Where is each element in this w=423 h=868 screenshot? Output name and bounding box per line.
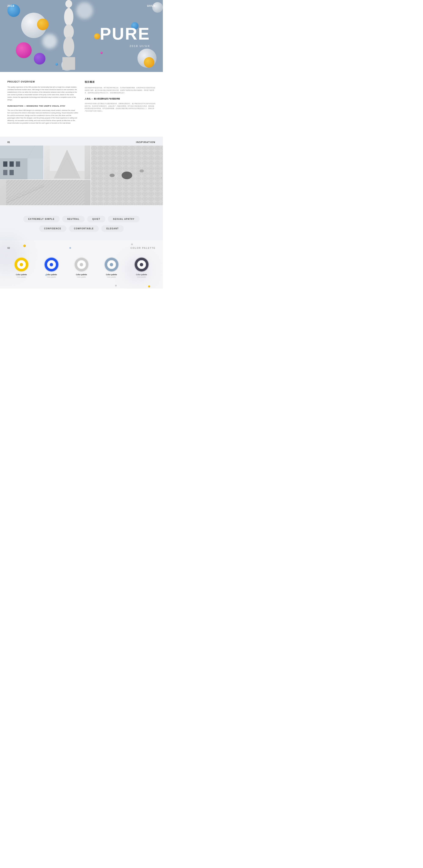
- overview-left: PROJECT OVERVIEW The quality experience …: [7, 81, 78, 128]
- cn-body: 优质体验的HMI提供的功能，将不再是简单单孤立的、无关联的功能模块堆砌。未来的H…: [85, 87, 156, 94]
- cn-sub-title: 人性化 — 最大限度降低用户的视觉停留: [85, 97, 156, 100]
- svg-rect-11: [3, 170, 7, 175]
- color-ring-inner-5: [137, 260, 145, 269]
- section-title-overview: PROJECT OVERVIEW: [7, 81, 78, 83]
- color-name-3: Color palette: [76, 274, 87, 276]
- svg-rect-32: [6, 180, 85, 205]
- overview-right: 项目概述 优质体验的HMI提供的功能，将不再是简单单孤立的、无关联的功能模块堆砌…: [85, 81, 156, 128]
- decorative-ball-purple: [34, 53, 45, 64]
- cn-section-title: 项目概述: [85, 81, 156, 84]
- hero-section: 2018 UI/UX PURE 2018 UI/UX: [0, 0, 163, 72]
- tag-confidence[interactable]: CONFIDENCE: [39, 225, 66, 232]
- svg-rect-9: [9, 161, 14, 167]
- color-ring-inner-2: [47, 260, 56, 269]
- hero-subtitle: 2018 UI/UX: [130, 44, 150, 48]
- overview-sub-body: The core of the future HMI design is to …: [7, 109, 78, 124]
- overview-body: The quality experience of the HMI provid…: [7, 86, 78, 101]
- svg-rect-12: [9, 170, 14, 175]
- color-item-4: Color paletteColor palette: [105, 258, 119, 278]
- color-item-1: Color paletteColor palette: [14, 258, 28, 278]
- svg-point-28: [139, 169, 144, 173]
- color-ring-4: [105, 258, 119, 272]
- color-ring-dot-5: [140, 263, 143, 266]
- svg-point-26: [122, 172, 132, 179]
- dec-dot-gray: [131, 244, 133, 245]
- color-name-1: Color palette: [16, 274, 27, 276]
- color-ring-1: [14, 258, 28, 272]
- color-ring-dot-3: [80, 263, 83, 266]
- svg-rect-14: [28, 158, 43, 179]
- inspiration-image-4: [0, 180, 91, 205]
- svg-point-4: [63, 36, 74, 57]
- decorative-ball-pink-sm: [100, 52, 103, 54]
- color-ring-dot-4: [110, 263, 113, 266]
- svg-rect-8: [3, 161, 7, 167]
- color-ring-inner-1: [17, 260, 25, 269]
- dec-dot-yellow2: [148, 285, 150, 287]
- tag-elegant[interactable]: ELEGANT: [101, 225, 124, 232]
- color-sub-3: Color palette: [77, 276, 86, 278]
- svg-point-0: [65, 0, 72, 8]
- color-ring-dot-1: [20, 263, 23, 266]
- tags-row-2: CONFIDENCE COMFORTABLE ELEGANT: [39, 225, 124, 232]
- color-palette-section: 02 COLOR PALETTE Color paletteColor pale…: [0, 240, 163, 288]
- hero-title: PURE: [100, 25, 150, 42]
- color-palette-label: COLOR PALETTE: [130, 247, 156, 249]
- project-overview-section: PROJECT OVERVIEW The quality experience …: [0, 72, 163, 137]
- color-name-4: Color palette: [106, 274, 117, 276]
- tag-quiet[interactable]: QUIET: [87, 216, 105, 222]
- svg-rect-10: [16, 161, 20, 167]
- color-ring-inner-3: [77, 260, 86, 269]
- color-name-2: Color palette: [46, 274, 57, 276]
- svg-point-27: [109, 174, 115, 177]
- color-ring-inner-4: [107, 260, 116, 269]
- tag-sexual-apathy[interactable]: SEXUAL APATHY: [108, 216, 139, 222]
- color-item-3: Color paletteColor palette: [75, 258, 89, 278]
- tag-neutral[interactable]: NEUTRAL: [62, 216, 85, 222]
- color-ring-5: [135, 258, 149, 272]
- decorative-ball-pink: [16, 42, 32, 58]
- tag-extremely-simple[interactable]: EXTREMELY SIMPLE: [23, 216, 60, 222]
- dec-dot-yellow: [23, 245, 26, 247]
- tags-row-1: EXTREMELY SIMPLE NEUTRAL QUIET SEXUAL AP…: [23, 216, 139, 222]
- color-ring-2: [45, 258, 58, 272]
- hero-year: 2018: [7, 4, 14, 7]
- inspiration-header: 01 INSPIRATION: [0, 137, 163, 146]
- decorative-ball-orange-right: [94, 33, 100, 39]
- blur-ball-1: [42, 34, 57, 49]
- inspiration-image-2: [44, 146, 91, 179]
- inspiration-number: 01: [7, 141, 10, 144]
- hero-uiux: UI/UX: [147, 4, 156, 7]
- decorative-ball-white-tr: [152, 2, 163, 13]
- decorative-ball-orange-br: [144, 57, 154, 68]
- svg-rect-5: [62, 57, 75, 70]
- carousel-next-arrow[interactable]: ›: [161, 176, 162, 179]
- dec-dot-blue: [45, 274, 47, 276]
- inspiration-image-1: [0, 146, 43, 179]
- color-ring-3: [75, 258, 89, 272]
- color-sub-2: Color palette: [47, 276, 56, 278]
- tag-comfortable[interactable]: COMFORTABLE: [69, 225, 99, 232]
- color-sub-4: Color palette: [107, 276, 116, 278]
- overview-sub-title: HUMANIZATION — MINIMIZING THE USER'S VIS…: [7, 105, 78, 107]
- inspiration-grid: [0, 146, 163, 205]
- color-sub-1: Color palette: [17, 276, 26, 278]
- decorative-ball-orange: [37, 19, 48, 30]
- inspiration-image-3: [91, 146, 163, 205]
- cn-sub-body: 未来HMI设计的精心是尽量减少不必要的视觉内容、质量量化视觉形式、减少驾驶员的在…: [85, 102, 156, 113]
- svg-point-2: [64, 8, 73, 26]
- dec-dot-gray2: [115, 285, 117, 286]
- hero-statue: [57, 0, 80, 72]
- inspiration-section: ›: [0, 146, 163, 210]
- tags-section: EXTREMELY SIMPLE NEUTRAL QUIET SEXUAL AP…: [0, 210, 163, 240]
- inspiration-label: INSPIRATION: [136, 141, 156, 144]
- color-ring-dot-2: [50, 263, 53, 266]
